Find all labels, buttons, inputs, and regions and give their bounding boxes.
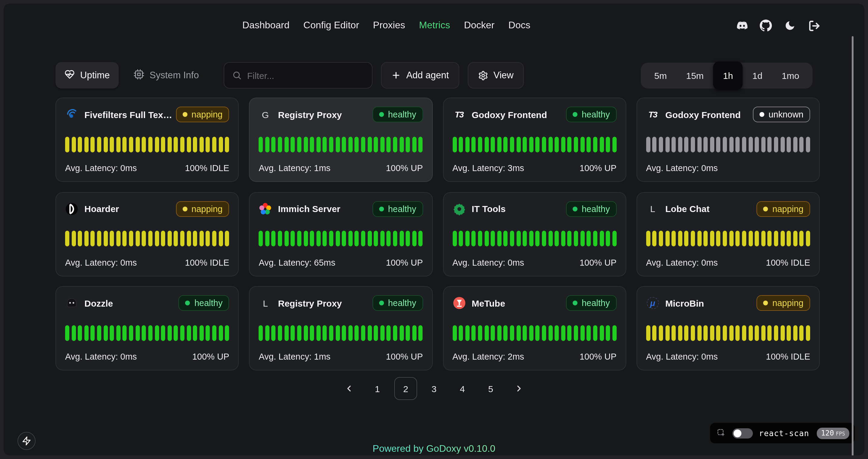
uptime-card[interactable]: MeTube healthy Avg. Latency: 2ms 100% UP bbox=[443, 286, 626, 370]
add-agent-button[interactable]: Add agent bbox=[381, 62, 459, 89]
next-page-button[interactable] bbox=[507, 377, 530, 400]
time-range-1mo[interactable]: 1mo bbox=[772, 62, 809, 88]
nav-docs[interactable]: Docs bbox=[508, 20, 530, 31]
uptime-card[interactable]: L Lobe Chat napping Avg. Latency: 0ms 10… bbox=[637, 192, 820, 276]
uptime-bar bbox=[387, 325, 391, 341]
latency-text: Avg. Latency: 1ms bbox=[259, 352, 331, 361]
fps-badge: 120 FPS bbox=[817, 427, 849, 439]
status-badge: healthy bbox=[566, 295, 617, 311]
uptime-bar bbox=[284, 325, 288, 341]
uptime-bar bbox=[542, 325, 546, 341]
status-dot bbox=[572, 301, 578, 305]
uptime-card[interactable]: Immich Server healthy Avg. Latency: 65ms… bbox=[249, 192, 433, 276]
nav-dashboard[interactable]: Dashboard bbox=[242, 20, 290, 31]
service-name: Fivefilters Full Tex… bbox=[84, 109, 172, 120]
uptime-bar bbox=[652, 231, 657, 247]
prev-page-button[interactable] bbox=[338, 377, 361, 400]
status-dot bbox=[182, 206, 187, 211]
nav-proxies[interactable]: Proxies bbox=[373, 20, 405, 31]
time-range-15m[interactable]: 15m bbox=[677, 62, 713, 88]
uptime-bar bbox=[348, 325, 352, 341]
uptime-bar bbox=[652, 325, 657, 341]
uptime-bar bbox=[465, 325, 469, 341]
moon-icon[interactable] bbox=[784, 19, 796, 32]
status-badge: healthy bbox=[372, 295, 423, 311]
uptime-bar bbox=[123, 325, 127, 341]
tab-system-info[interactable]: System Info bbox=[125, 62, 208, 89]
status-dot bbox=[572, 112, 578, 117]
lightning-fab[interactable] bbox=[18, 432, 36, 450]
card-footer: Avg. Latency: 0ms 100% UP bbox=[65, 352, 229, 361]
status-badge: healthy bbox=[372, 107, 423, 122]
uptime-card[interactable]: T3 Godoxy Frontend healthy Avg. Latency:… bbox=[443, 98, 626, 182]
discord-icon[interactable] bbox=[735, 19, 748, 32]
uptime-bar bbox=[646, 325, 650, 341]
scrollbar-thumb[interactable] bbox=[852, 36, 854, 455]
uptime-bar bbox=[697, 136, 701, 152]
uptime-card[interactable]: T3 Godoxy Frontend unknown Avg. Latency:… bbox=[637, 98, 820, 182]
uptime-bar bbox=[284, 136, 288, 152]
uptime-bar bbox=[516, 136, 521, 152]
uptime-bar bbox=[155, 325, 159, 341]
uptime-bar bbox=[704, 325, 708, 341]
page-button-1[interactable]: 1 bbox=[366, 377, 389, 400]
uptime-bar bbox=[129, 325, 133, 341]
uptime-card[interactable]: L Registry Proxy healthy Avg. Latency: 1… bbox=[249, 286, 433, 370]
uptime-card[interactable]: Dozzle healthy Avg. Latency: 0ms 100% UP bbox=[56, 286, 239, 370]
uptime-bar bbox=[418, 231, 423, 247]
time-range-1h[interactable]: 1h bbox=[713, 61, 743, 90]
github-icon[interactable] bbox=[760, 19, 772, 32]
page-button-2[interactable]: 2 bbox=[394, 377, 417, 400]
add-agent-label: Add agent bbox=[406, 70, 449, 81]
uptime-bar bbox=[768, 136, 772, 152]
uptime-card[interactable]: μ MicroBin napping Avg. Latency: 0ms 100… bbox=[637, 286, 820, 370]
nav-config-editor[interactable]: Config Editor bbox=[304, 20, 359, 31]
inspect-icon[interactable] bbox=[717, 428, 726, 438]
uptime-bar bbox=[155, 231, 159, 247]
uptime-bar bbox=[806, 231, 810, 247]
time-range-5m[interactable]: 5m bbox=[645, 62, 677, 88]
uptime-bar bbox=[380, 136, 384, 152]
uptime-text: 100% IDLE bbox=[185, 258, 229, 267]
uptime-bar bbox=[491, 325, 495, 341]
uptime-card[interactable]: Fivefilters Full Tex… napping Avg. Laten… bbox=[56, 98, 239, 182]
uptime-bar bbox=[580, 136, 584, 152]
uptime-bar bbox=[218, 231, 223, 247]
logout-icon[interactable] bbox=[808, 19, 820, 32]
uptime-bar bbox=[497, 325, 501, 341]
uptime-bar bbox=[800, 136, 804, 152]
uptime-bar bbox=[748, 136, 752, 152]
status-dot bbox=[182, 112, 187, 117]
uptime-card[interactable]: G Registry Proxy healthy Avg. Latency: 1… bbox=[249, 98, 433, 182]
uptime-bar bbox=[329, 325, 333, 341]
uptime-bar bbox=[199, 325, 204, 341]
time-range-1d[interactable]: 1d bbox=[743, 62, 772, 88]
page-button-5[interactable]: 5 bbox=[479, 377, 502, 400]
latency-text: Avg. Latency: 0ms bbox=[453, 258, 524, 267]
uptime-bar bbox=[523, 136, 527, 152]
filter-input[interactable] bbox=[247, 70, 367, 80]
uptime-bar bbox=[65, 231, 69, 247]
uptime-bar bbox=[91, 136, 95, 152]
uptime-bar bbox=[212, 136, 216, 152]
nav-docker[interactable]: Docker bbox=[464, 20, 494, 31]
tab-uptime[interactable]: Uptime bbox=[56, 62, 119, 89]
uptime-bar bbox=[684, 136, 689, 152]
uptime-bar bbox=[755, 231, 759, 247]
uptime-card[interactable]: Hoarder napping Avg. Latency: 0ms 100% I… bbox=[56, 192, 239, 276]
page-button-3[interactable]: 3 bbox=[423, 377, 445, 400]
uptime-bar bbox=[297, 136, 301, 152]
react-scan-toggle[interactable] bbox=[733, 428, 753, 438]
page-button-4[interactable]: 4 bbox=[451, 377, 474, 400]
nav-metrics[interactable]: Metrics bbox=[419, 20, 450, 31]
uptime-bar bbox=[291, 136, 295, 152]
view-button[interactable]: View bbox=[467, 62, 524, 89]
uptime-bar bbox=[561, 325, 565, 341]
uptime-card[interactable]: IT Tools healthy Avg. Latency: 0ms 100% … bbox=[443, 192, 626, 276]
footer-text[interactable]: Powered by GoDoxy v0.10.0 bbox=[373, 443, 495, 454]
uptime-bar bbox=[393, 136, 397, 152]
uptime-bar bbox=[748, 325, 752, 341]
uptime-bar bbox=[774, 325, 778, 341]
uptime-bars bbox=[646, 136, 810, 152]
status-dot bbox=[760, 112, 764, 117]
